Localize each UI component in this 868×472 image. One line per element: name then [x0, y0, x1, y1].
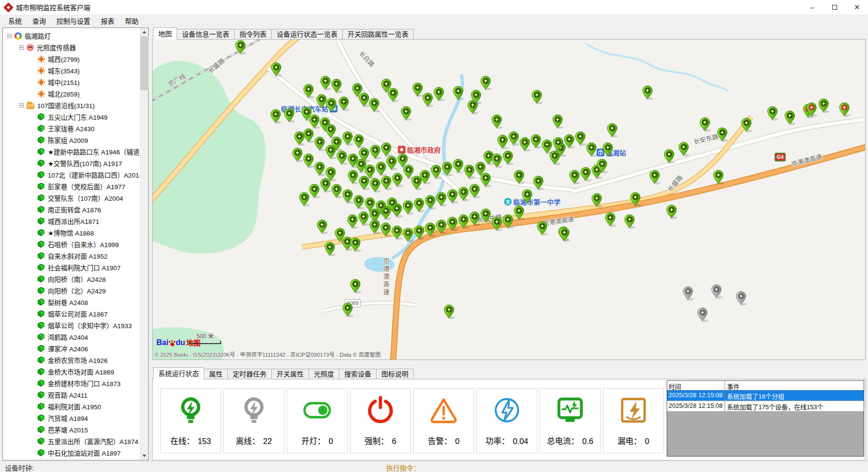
map-pin-red[interactable]	[839, 102, 850, 116]
bottom-tab-1[interactable]: 属性	[204, 369, 228, 379]
map-pin-gray[interactable]	[736, 291, 746, 305]
map-pin-green[interactable]	[552, 114, 563, 128]
map-pin-green[interactable]	[338, 97, 349, 111]
map-pin-green[interactable]	[564, 134, 574, 148]
scroll-up-icon[interactable]	[140, 28, 149, 36]
map-pin-green[interactable]	[414, 198, 424, 212]
map-pin-green[interactable]	[316, 94, 327, 108]
tree-node-30[interactable]: 金桥建材市场门口 A1873	[3, 377, 140, 389]
map-pin-green[interactable]	[387, 197, 397, 211]
map-pin-green[interactable]	[353, 195, 364, 209]
map-pin-green[interactable]	[317, 220, 327, 234]
tree-node-6[interactable]: 107国道沿线(31/31)	[3, 99, 140, 111]
map-pin-green[interactable]	[303, 84, 314, 98]
map-pin-green[interactable]	[575, 131, 586, 145]
map-pin-green[interactable]	[649, 170, 660, 184]
map-pin-green[interactable]	[666, 205, 677, 219]
map-pin-green[interactable]	[559, 227, 570, 241]
map-pin-green[interactable]	[376, 162, 386, 176]
map-pin-green[interactable]	[403, 228, 413, 242]
map-pin-green[interactable]	[392, 225, 402, 239]
map-pin-green[interactable]	[370, 178, 380, 192]
map-pin-green[interactable]	[284, 108, 294, 122]
map-pin-green[interactable]	[464, 165, 475, 179]
tree-node-33[interactable]: 汽贸城 A1894	[3, 412, 140, 424]
map-pin-green[interactable]	[642, 85, 653, 99]
map-pin-green[interactable]	[532, 90, 542, 104]
map-pin-green[interactable]	[381, 176, 392, 190]
map-pin-green[interactable]	[381, 142, 392, 156]
tree-node-24[interactable]: 烟草公司对面 A1867	[3, 308, 140, 319]
map-pin-green[interactable]	[425, 195, 435, 209]
tree-node-27[interactable]: 谭家冲 A2406	[3, 343, 140, 354]
map-pin-green[interactable]	[458, 187, 469, 201]
tree-node-1[interactable]: 光照度传感器	[3, 42, 140, 53]
map-pin-green[interactable]	[605, 212, 616, 226]
map-pin-green[interactable]	[531, 134, 541, 148]
map-pin-green[interactable]	[314, 137, 325, 151]
map-canvas[interactable]: 临湘长安汽车站临湘市政府临湘站文临湘市第一中学长盛路京广线长白路长安东路长盛中路…	[152, 39, 866, 360]
map-pin-green[interactable]	[335, 228, 345, 242]
map-pin-green[interactable]	[350, 237, 361, 251]
map-pin-green[interactable]	[480, 76, 491, 90]
map-pin-gray[interactable]	[711, 284, 722, 298]
tree-node-16[interactable]: 城西派出所A1871	[3, 215, 140, 227]
tree-node-12[interactable]: 107北（建新中路路口西）A2014	[3, 169, 140, 180]
tree-node-36[interactable]: 中石化加油站对面 A1897	[3, 447, 140, 458]
map-pin-green[interactable]	[741, 118, 752, 132]
tree-node-28[interactable]: 金桥农贸市场 A1926	[3, 354, 140, 366]
map-pin-green[interactable]	[503, 151, 513, 165]
map-pin-green[interactable]	[359, 93, 369, 107]
map-pin-green[interactable]	[569, 170, 580, 184]
tree-node-20[interactable]: 社会福利院大门口 A1907	[3, 262, 140, 273]
bottom-tab-4[interactable]: 光照度	[308, 369, 339, 379]
map-pin-green[interactable]	[533, 176, 544, 190]
bottom-tab-0[interactable]: 系统运行状态	[153, 367, 204, 379]
map-pin-green[interactable]	[326, 98, 336, 112]
map-pin-green[interactable]	[434, 87, 444, 101]
tree-node-7[interactable]: 五尖山大门东 A1949	[3, 111, 140, 123]
tree-node-11[interactable]: ★交警队西(107南) A1917	[3, 157, 140, 169]
map-tab-0[interactable]: 地图	[153, 28, 177, 40]
tree-node-8[interactable]: 王家珑巷 A2430	[3, 123, 140, 134]
bottom-tab-6[interactable]: 图标说明	[376, 369, 414, 379]
tree-node-3[interactable]: 城东(3543)	[3, 65, 140, 76]
map-pin-green[interactable]	[713, 170, 724, 184]
map-pin-green[interactable]	[767, 106, 778, 120]
tree-scrollbar[interactable]	[140, 28, 148, 460]
menu-item-0[interactable]: 系统	[3, 14, 27, 27]
tree-node-23[interactable]: 梨树巷 A2408	[3, 296, 140, 308]
map-pin-green[interactable]	[324, 242, 335, 256]
map-pin-green[interactable]	[325, 124, 336, 138]
map-pin-green[interactable]	[342, 131, 353, 145]
map-pin-green[interactable]	[358, 211, 369, 225]
bottom-tab-3[interactable]: 开关属性	[271, 369, 309, 379]
tree-node-17[interactable]: ★博物馆 A1888	[3, 227, 140, 238]
tree-node-29[interactable]: 金桥大市场对面 A1869	[3, 366, 140, 377]
map-pin-green[interactable]	[436, 220, 447, 234]
map-tab-4[interactable]: 开关回路属性一览表	[342, 29, 414, 40]
tree-node-21[interactable]: 向阳桥（南）A2428	[3, 273, 140, 285]
map-pin-green[interactable]	[420, 170, 430, 184]
map-pin-green[interactable]	[303, 128, 314, 142]
map-pin-green[interactable]	[369, 220, 380, 234]
menu-item-1[interactable]: 查询	[27, 14, 51, 27]
map-pin-green[interactable]	[444, 305, 454, 319]
map-pin-green[interactable]	[299, 192, 309, 206]
map-pin-green[interactable]	[331, 184, 342, 198]
map-pin-green[interactable]	[403, 200, 413, 214]
menu-item-2[interactable]: 控制与设置	[51, 14, 96, 27]
map-pin-green[interactable]	[350, 279, 361, 293]
map-pin-green[interactable]	[436, 192, 447, 206]
map-pin-green[interactable]	[514, 206, 524, 220]
map-pin-green[interactable]	[314, 162, 325, 176]
map-pin-green[interactable]	[320, 76, 331, 90]
map-pin-green[interactable]	[235, 40, 246, 54]
map-pin-green[interactable]	[491, 114, 502, 128]
map-pin-green[interactable]	[469, 211, 480, 225]
map-pin-green[interactable]	[414, 225, 424, 239]
map-pin-green[interactable]	[303, 153, 314, 167]
tree-expander-icon[interactable]	[19, 103, 24, 108]
map-pin-green[interactable]	[630, 192, 641, 206]
map-pin-green[interactable]	[503, 214, 513, 228]
